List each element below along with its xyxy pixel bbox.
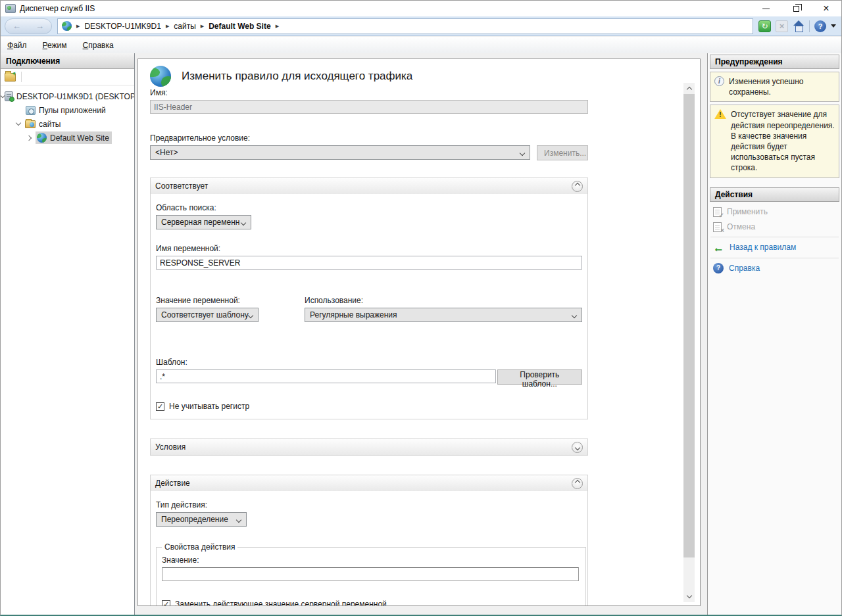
- variable-name-input[interactable]: [156, 256, 582, 270]
- breadcrumb-item-current[interactable]: Default Web Site: [209, 22, 270, 31]
- site-globe-icon: [37, 133, 47, 143]
- divider: [710, 258, 839, 258]
- apply-action: ✓ Применить: [710, 204, 839, 220]
- refresh-icon[interactable]: ↻: [758, 20, 771, 32]
- match-section: Соответствует Область поиска: Серверная …: [150, 178, 588, 419]
- page-header: Изменить правило для исходящего трафика: [150, 66, 599, 87]
- match-section-header[interactable]: Соответствует: [151, 178, 587, 194]
- forward-button[interactable]: →: [36, 21, 44, 31]
- tree-item-server[interactable]: DESKTOP-U1MK9D1 (DESKTOP: [1, 89, 134, 103]
- scope-value: Серверная переменн: [161, 218, 239, 227]
- ignore-case-checkbox[interactable]: ✓: [156, 402, 164, 411]
- help-action[interactable]: ? Справка: [710, 260, 839, 276]
- vertical-scrollbar[interactable]: [683, 83, 695, 602]
- test-pattern-button[interactable]: Проверить шаблон...: [497, 369, 582, 385]
- precondition-label: Предварительное условие:: [150, 133, 588, 143]
- scrollbar-thumb[interactable]: [683, 94, 695, 557]
- connections-panel: Подключения DESKTOP-U1MK9D1 (DESKTOP Пул…: [1, 53, 135, 615]
- actions-panel: Предупреждения i Изменения успешно сохра…: [707, 53, 841, 615]
- tree-item-sites[interactable]: сайты: [1, 117, 134, 131]
- back-button[interactable]: ←: [12, 21, 21, 31]
- conditions-section-title: Условия: [155, 442, 186, 452]
- chevron-open-icon[interactable]: [16, 120, 21, 126]
- breadcrumb-separator-icon: ▶: [201, 24, 204, 29]
- toolbar-divider: [809, 20, 810, 32]
- scroll-up-button[interactable]: [683, 83, 695, 94]
- chevron-up-icon: [686, 87, 691, 92]
- collapse-section-button[interactable]: [572, 181, 583, 192]
- alerts-header: Предупреждения: [710, 55, 839, 69]
- cancel-icon: ×: [713, 222, 722, 232]
- action-section-header[interactable]: Действие: [151, 475, 587, 491]
- back-to-rules-link[interactable]: Назад к правилам: [730, 243, 796, 252]
- close-button[interactable]: ×: [811, 1, 841, 16]
- menu-view[interactable]: Режим: [43, 41, 67, 50]
- application-pools-icon: [26, 106, 36, 115]
- replace-value-checkbox[interactable]: ✓: [162, 600, 170, 607]
- connections-toolbar: [1, 69, 134, 85]
- tree-item-default-web-site[interactable]: Default Web Site: [1, 131, 134, 145]
- breadcrumb-item-server[interactable]: DESKTOP-U1MK9D1: [84, 22, 161, 31]
- alert-info: i Изменения успешно сохранены.: [710, 72, 839, 102]
- sites-folder-icon: [25, 120, 36, 128]
- help-link[interactable]: Справка: [729, 264, 760, 273]
- menu-file[interactable]: Файл: [7, 41, 27, 50]
- actions-header: Действия: [710, 187, 839, 202]
- breadcrumb-item-sites[interactable]: сайты: [174, 22, 196, 31]
- rule-globe-icon: [150, 66, 171, 87]
- action-type-select[interactable]: Переопределение: [156, 512, 247, 527]
- chevron-down-icon: [236, 517, 241, 523]
- breadcrumb[interactable]: ▶ DESKTOP-U1MK9D1 ▶ сайты ▶ Default Web …: [57, 18, 753, 34]
- scope-select[interactable]: Серверная переменн: [156, 215, 251, 229]
- close-icon: ×: [823, 3, 829, 14]
- chevron-up-icon: [574, 480, 580, 485]
- save-connections-icon[interactable]: [5, 73, 16, 82]
- menu-bar: Файл Режим Справка: [1, 37, 841, 53]
- scroll-down-button[interactable]: [683, 591, 695, 602]
- value-label: Значение:: [162, 556, 579, 565]
- variable-value-select[interactable]: Соответствует шаблону: [156, 308, 259, 322]
- chevron-down-icon: [686, 593, 691, 598]
- navigation-buttons: ← →: [5, 18, 52, 34]
- alert-text: Отсутствует значение для действия переоп…: [731, 109, 835, 173]
- chevron-down-icon: [241, 220, 246, 225]
- action-value-input[interactable]: [162, 567, 579, 581]
- using-value: Регулярные выражения: [310, 310, 397, 320]
- cancel-action: × Отмена: [710, 220, 839, 235]
- home-icon[interactable]: [793, 20, 805, 32]
- maximize-button[interactable]: [781, 1, 811, 16]
- minimize-button[interactable]: [751, 1, 781, 16]
- collapse-section-button[interactable]: [572, 478, 583, 489]
- match-section-title: Соответствует: [155, 181, 208, 191]
- app-icon: [5, 4, 16, 13]
- expand-section-button[interactable]: [572, 442, 583, 453]
- help-dropdown-caret-icon[interactable]: [831, 24, 836, 28]
- tree-item-app-pools[interactable]: Пулы приложений: [1, 103, 134, 117]
- breadcrumb-separator-icon: ▶: [166, 24, 169, 29]
- globe-icon: [62, 21, 72, 31]
- precondition-select[interactable]: <Нет>: [150, 145, 530, 160]
- action-properties-group: Свойства действия Значение: ✓ Заменить д…: [156, 542, 586, 606]
- apply-label: Применить: [727, 207, 768, 216]
- pattern-input[interactable]: [156, 369, 496, 383]
- action-section-title: Действие: [155, 479, 190, 488]
- maximize-icon: [793, 6, 799, 12]
- apply-icon: ✓: [713, 207, 722, 217]
- action-type-value: Переопределение: [161, 515, 228, 524]
- server-icon: [5, 91, 13, 101]
- back-to-rules-action[interactable]: ← Назад к правилам: [710, 239, 839, 256]
- address-bar-tools: ↻ × ?: [758, 20, 836, 32]
- window-title: Диспетчер служб IIS: [20, 4, 95, 13]
- connections-header: Подключения: [1, 53, 134, 69]
- chevron-down-icon: [572, 313, 577, 318]
- info-icon: i: [714, 76, 724, 86]
- menu-help[interactable]: Справка: [83, 41, 114, 50]
- cancel-label: Отмена: [727, 222, 755, 231]
- conditions-section-header[interactable]: Условия: [151, 439, 587, 455]
- breadcrumb-separator-icon: ▶: [276, 24, 279, 29]
- using-select[interactable]: Регулярные выражения: [305, 308, 582, 322]
- chevron-closed-icon[interactable]: [26, 135, 32, 140]
- using-label: Использование:: [305, 296, 582, 305]
- help-icon[interactable]: ?: [814, 20, 826, 32]
- action-section: Действие Тип действия: Переопределение: [150, 475, 588, 606]
